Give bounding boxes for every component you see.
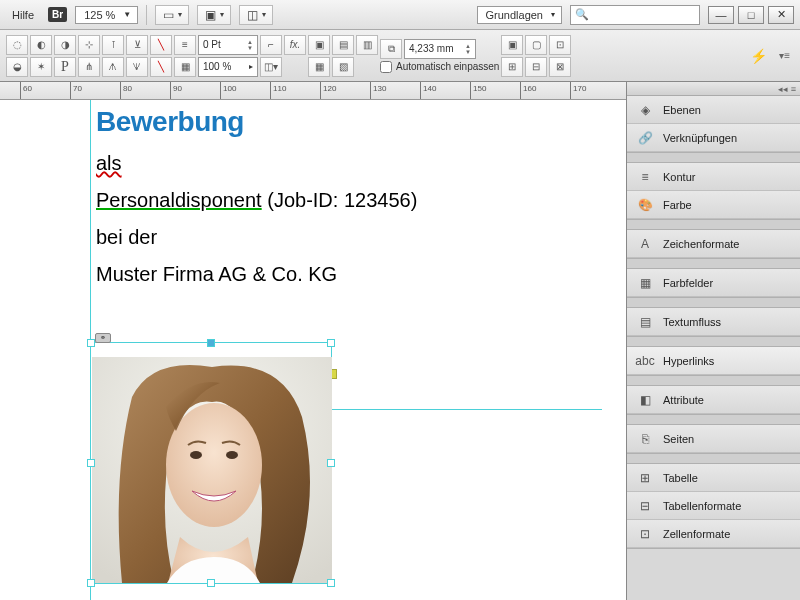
textwrap-icon[interactable]: ▤ (332, 35, 354, 55)
opacity-input[interactable]: 100 % ▸ (198, 57, 258, 77)
fit-icon[interactable]: ▣ (501, 35, 523, 55)
panel-item-tabelle[interactable]: ⊞Tabelle (627, 464, 800, 492)
panel-item-kontur[interactable]: ≡Kontur (627, 163, 800, 191)
tool-icon[interactable]: ✶ (30, 57, 52, 77)
fit-icon[interactable]: ⊡ (549, 35, 571, 55)
resize-handle[interactable] (327, 579, 335, 587)
textwrap-icon[interactable]: ▦ (308, 57, 330, 77)
textwrap-icon[interactable]: ▥ (356, 35, 378, 55)
align-icon[interactable]: ⩚ (102, 57, 124, 77)
align-icon[interactable]: ⊺ (102, 35, 124, 55)
fx-icon[interactable]: fx. (284, 35, 306, 55)
tool-icon[interactable]: ◌ (6, 35, 28, 55)
panel-item-textumfluss[interactable]: ▤Textumfluss (627, 308, 800, 336)
crop-icon[interactable]: ⧉ (380, 39, 402, 59)
panel-item-hyperlinks[interactable]: abcHyperlinks (627, 347, 800, 375)
search-input[interactable]: 🔍 (570, 5, 700, 25)
doc-line: bei der (96, 226, 620, 249)
ruler-tick: 170 (570, 82, 586, 99)
zoom-dropdown[interactable]: 125 % ▼ (75, 6, 138, 24)
panel-item-verknüpfungen[interactable]: 🔗Verknüpfungen (627, 124, 800, 152)
ruler-tick: 100 (220, 82, 236, 99)
paragraph-icon[interactable]: P (54, 57, 76, 77)
stepper-icon: ▲▼ (465, 43, 471, 55)
wrap-icon[interactable]: ◫▾ (260, 57, 282, 77)
panel-item-ebenen[interactable]: ◈Ebenen (627, 96, 800, 124)
minimize-button[interactable]: — (708, 6, 734, 24)
ruler-tick: 60 (20, 82, 32, 99)
panel-icon: ◈ (637, 102, 653, 118)
resize-handle[interactable] (327, 459, 335, 467)
workspace-label: Grundlagen (486, 9, 544, 21)
maximize-button[interactable]: □ (738, 6, 764, 24)
panel-label: Tabellenformate (663, 500, 741, 512)
ruler-tick: 80 (120, 82, 132, 99)
align-icon[interactable]: ⋔ (78, 57, 100, 77)
close-button[interactable]: ✕ (768, 6, 794, 24)
tool-icon[interactable]: ◐ (30, 35, 52, 55)
auto-fit-checkbox[interactable]: Automatisch einpassen (380, 61, 499, 73)
panel-item-zeichenformate[interactable]: AZeichenformate (627, 230, 800, 258)
inset-input[interactable]: 4,233 mm ▲▼ (404, 39, 476, 59)
panel-icon: ⊟ (637, 498, 653, 514)
workspace-dropdown[interactable]: Grundlagen ▾ (477, 6, 563, 24)
panel-dock-header[interactable]: ◂◂ ≡ (627, 82, 800, 96)
panel-item-tabellenformate[interactable]: ⊟Tabellenformate (627, 492, 800, 520)
ruler-tick: 120 (320, 82, 336, 99)
no-fill-icon[interactable]: ╲ (150, 35, 172, 55)
align-icon[interactable]: ⊻ (126, 35, 148, 55)
ruler-tick: 90 (170, 82, 182, 99)
ruler-tick: 150 (470, 82, 486, 99)
canvas-area[interactable]: 60708090100110120130140150160170 Bewerbu… (0, 82, 626, 600)
arrange-dropdown[interactable]: ◫ (239, 5, 273, 25)
corner-icon[interactable]: ⌐ (260, 35, 282, 55)
fit-icon[interactable]: ▢ (525, 35, 547, 55)
resize-handle[interactable] (87, 339, 95, 347)
panel-item-attribute[interactable]: ◧Attribute (627, 386, 800, 414)
toolbar-menu-icon[interactable]: ▾≡ (775, 50, 794, 61)
panel-label: Zeichenformate (663, 238, 739, 250)
panel-spacer (627, 337, 800, 347)
resize-handle[interactable] (327, 339, 335, 347)
image-frame-selected[interactable]: ⚭ (90, 342, 332, 584)
opacity-icon: ▦ (174, 57, 196, 77)
ruler-tick: 160 (520, 82, 536, 99)
ruler-tick: 110 (270, 82, 286, 99)
resize-handle[interactable] (87, 459, 95, 467)
panel-icon: ⊞ (637, 470, 653, 486)
screen-mode-dropdown[interactable]: ▣ (197, 5, 231, 25)
window-controls: — □ ✕ (708, 6, 794, 24)
quick-apply-icon[interactable]: ⚡ (750, 48, 773, 64)
panel-item-seiten[interactable]: ⎘Seiten (627, 425, 800, 453)
align-icon[interactable]: ⩛ (126, 57, 148, 77)
view-options-dropdown[interactable]: ▭ (155, 5, 189, 25)
tool-icon[interactable]: ◒ (6, 57, 28, 77)
panel-icon: ⎘ (637, 431, 653, 447)
panel-icon: ◧ (637, 392, 653, 408)
doc-line: als (96, 152, 620, 175)
panel-spacer (627, 259, 800, 269)
textwrap-icon[interactable]: ▣ (308, 35, 330, 55)
bridge-badge[interactable]: Br (48, 7, 67, 22)
panel-label: Attribute (663, 394, 704, 406)
panel-label: Kontur (663, 171, 695, 183)
resize-handle[interactable] (207, 339, 215, 347)
align-icon[interactable]: ⊹ (78, 35, 100, 55)
resize-handle[interactable] (207, 579, 215, 587)
no-stroke-icon[interactable]: ╲ (150, 57, 172, 77)
stroke-weight-input[interactable]: 0 Pt ▲▼ (198, 35, 258, 55)
panel-item-farbfelder[interactable]: ▦Farbfelder (627, 269, 800, 297)
chevron-right-icon: ▸ (249, 62, 253, 71)
panel-item-zellenformate[interactable]: ⊡Zellenformate (627, 520, 800, 548)
svg-point-1 (166, 403, 262, 527)
menubar: Hilfe Br 125 % ▼ ▭ ▣ ◫ Grundlagen ▾ 🔍 — … (0, 0, 800, 30)
panel-item-farbe[interactable]: 🎨Farbe (627, 191, 800, 219)
fit-icon[interactable]: ⊠ (549, 57, 571, 77)
menu-help[interactable]: Hilfe (6, 7, 40, 23)
fit-icon[interactable]: ⊞ (501, 57, 523, 77)
control-toolbar: ◌ ◐ ◑ ◒ ✶ P ⊹ ⊺ ⊻ ⋔ ⩚ ⩛ ╲ ╲ ≡ 0 Pt ▲▼ ▦ … (0, 30, 800, 82)
resize-handle[interactable] (87, 579, 95, 587)
fit-icon[interactable]: ⊟ (525, 57, 547, 77)
tool-icon[interactable]: ◑ (54, 35, 76, 55)
textwrap-icon[interactable]: ▧ (332, 57, 354, 77)
